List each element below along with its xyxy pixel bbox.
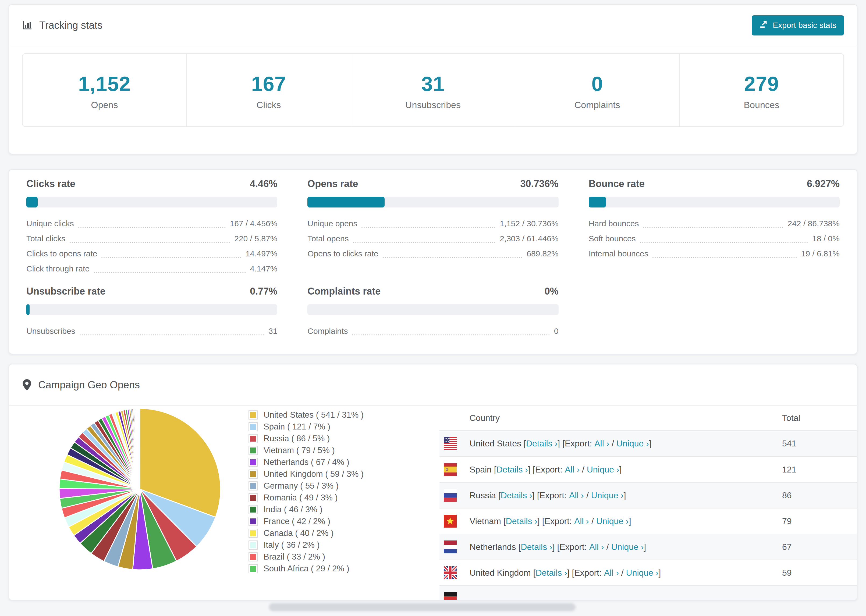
- country-total: 67: [782, 542, 857, 552]
- details-link[interactable]: Details ›: [496, 465, 528, 475]
- legend-item[interactable]: Canada ( 40 / 2% ): [249, 528, 364, 538]
- legend-item[interactable]: South Africa ( 29 / 2% ): [249, 564, 364, 574]
- summary-stat-card: 31 Unsubscribes: [351, 54, 516, 126]
- stat-label: Clicks: [187, 100, 351, 110]
- metric-label: Clicks to opens rate: [26, 246, 97, 261]
- rate-metric-row: Unique clicks 167 / 4.456%: [26, 216, 277, 231]
- legend-label: South Africa ( 29 / 2% ): [264, 564, 350, 574]
- rate-title: Opens rate: [307, 178, 358, 190]
- dotted-leader: [101, 257, 241, 258]
- summary-stat-card: 0 Complaints: [515, 54, 680, 126]
- geo-table-row: Spain [Details ›] [Export: All › / Uniqu…: [439, 456, 857, 482]
- campaign-geo-opens-card: Campaign Geo Opens United States ( 541 /…: [9, 364, 857, 600]
- horizontal-scrollbar-thumb[interactable]: [269, 603, 576, 611]
- country-total: 121: [782, 465, 857, 475]
- export-unique-link[interactable]: Unique ›: [587, 465, 619, 475]
- legend-swatch: [249, 517, 258, 526]
- geo-table-row: Russia [Details ›] [Export: All › / Uniq…: [439, 482, 857, 508]
- export-all-link[interactable]: All ›: [574, 516, 589, 526]
- rate-title: Bounce rate: [589, 178, 645, 190]
- legend-swatch: [249, 410, 258, 420]
- stat-label: Opens: [23, 100, 186, 110]
- legend-item[interactable]: Italy ( 36 / 2% ): [249, 540, 364, 550]
- country-total: 541: [782, 438, 857, 449]
- details-link[interactable]: Details ›: [526, 438, 557, 449]
- header-divider: [9, 46, 857, 46]
- legend-swatch: [249, 446, 258, 455]
- metric-value: 1,152 / 30.736%: [500, 216, 559, 231]
- stat-label: Complaints: [515, 100, 679, 110]
- rate-percent: 6.927%: [807, 178, 840, 190]
- pie-slice-other[interactable]: [140, 409, 140, 489]
- rate-progress-track: [307, 304, 558, 315]
- export-unique-link[interactable]: Unique ›: [611, 542, 644, 552]
- rate-metric-row: Unsubscribes 31: [26, 324, 277, 339]
- rate-section: Complaints rate 0% Complaints 0: [307, 285, 558, 339]
- rate-metric-row: Internal bounces 19 / 6.81%: [589, 246, 840, 261]
- metric-label: Total clicks: [26, 231, 65, 246]
- rate-percent: 0%: [545, 285, 559, 298]
- export-all-link[interactable]: All ›: [589, 542, 604, 552]
- export-all-link[interactable]: All ›: [604, 568, 619, 578]
- metric-value: 220 / 5.87%: [234, 231, 277, 246]
- geo-pie-chart[interactable]: [57, 406, 223, 572]
- legend-label: Canada ( 40 / 2% ): [264, 528, 334, 538]
- details-link[interactable]: Details ›: [535, 568, 567, 578]
- legend-label: Romania ( 49 / 3% ): [264, 493, 338, 503]
- rate-percent: 0.77%: [250, 285, 277, 298]
- geo-table: Country Total United States [Details ›] …: [439, 406, 857, 600]
- stat-label: Unsubscribes: [351, 100, 515, 110]
- metric-label: Complaints: [307, 324, 348, 339]
- geo-table-row: United Kingdom [Details ›] [Export: All …: [439, 559, 857, 585]
- rate-progress-track: [307, 197, 558, 207]
- legend-item[interactable]: Spain ( 121 / 7% ): [249, 422, 364, 432]
- export-unique-link[interactable]: Unique ›: [616, 438, 649, 449]
- summary-stat-card: 167 Clicks: [187, 54, 351, 126]
- flag-vn-icon: [444, 515, 457, 528]
- legend-item[interactable]: India ( 46 / 3% ): [249, 505, 364, 514]
- rate-metric-row: Hard bounces 242 / 86.738%: [589, 216, 840, 231]
- country-name: Russia: [469, 490, 496, 500]
- stat-value: 0: [515, 72, 679, 96]
- stat-value: 167: [187, 72, 351, 96]
- legend-label: Spain ( 121 / 7% ): [264, 422, 330, 432]
- tracking-stats-title: Tracking stats: [22, 20, 102, 31]
- legend-label: United Kingdom ( 59 / 3% ): [264, 469, 364, 479]
- metric-value: 689.82%: [527, 246, 558, 261]
- dotted-leader: [94, 272, 246, 273]
- rate-progress-fill: [307, 197, 384, 207]
- geo-table-row: Netherlands [Details ›] [Export: All › /…: [439, 534, 857, 559]
- geo-legend: United States ( 541 / 31% ) Spain ( 121 …: [249, 410, 364, 576]
- legend-item[interactable]: United States ( 541 / 31% ): [249, 410, 364, 420]
- legend-item[interactable]: Germany ( 55 / 3% ): [249, 481, 364, 491]
- details-link[interactable]: Details ›: [521, 542, 552, 552]
- details-link[interactable]: Details ›: [501, 490, 532, 500]
- summary-stats-box: 1,152 Opens 167 Clicks 31 Unsubscribes 0…: [22, 53, 844, 127]
- legend-label: Germany ( 55 / 3% ): [264, 481, 339, 491]
- legend-swatch: [249, 434, 258, 443]
- flag-de-icon: [444, 592, 457, 600]
- legend-swatch: [249, 481, 258, 490]
- dashboard-page: Tracking stats Export basic stats 1,152 …: [0, 0, 866, 616]
- legend-item[interactable]: Netherlands ( 67 / 4% ): [249, 457, 364, 467]
- legend-item[interactable]: Brazil ( 33 / 2% ): [249, 552, 364, 562]
- metric-label: Unique opens: [307, 216, 357, 231]
- legend-item[interactable]: Russia ( 86 / 5% ): [249, 434, 364, 443]
- export-all-link[interactable]: All ›: [565, 465, 579, 475]
- export-all-link[interactable]: All ›: [569, 490, 584, 500]
- total-column-header: Total: [782, 413, 857, 423]
- legend-item[interactable]: Romania ( 49 / 3% ): [249, 493, 364, 503]
- rate-rows: Unsubscribes 31: [26, 324, 277, 339]
- export-basic-stats-button[interactable]: Export basic stats: [752, 15, 844, 36]
- legend-item[interactable]: France ( 42 / 2% ): [249, 517, 364, 526]
- legend-item[interactable]: Vietnam ( 79 / 5% ): [249, 446, 364, 455]
- legend-item[interactable]: United Kingdom ( 59 / 3% ): [249, 469, 364, 479]
- export-unique-link[interactable]: Unique ›: [626, 568, 659, 578]
- metric-value: 0: [554, 324, 559, 339]
- flag-gb-icon: [444, 566, 457, 579]
- rate-rows: Unique clicks 167 / 4.456% Total clicks …: [26, 216, 277, 276]
- details-link[interactable]: Details ›: [506, 516, 537, 526]
- export-all-link[interactable]: All ›: [594, 438, 609, 449]
- export-unique-link[interactable]: Unique ›: [596, 516, 629, 526]
- export-unique-link[interactable]: Unique ›: [591, 490, 624, 500]
